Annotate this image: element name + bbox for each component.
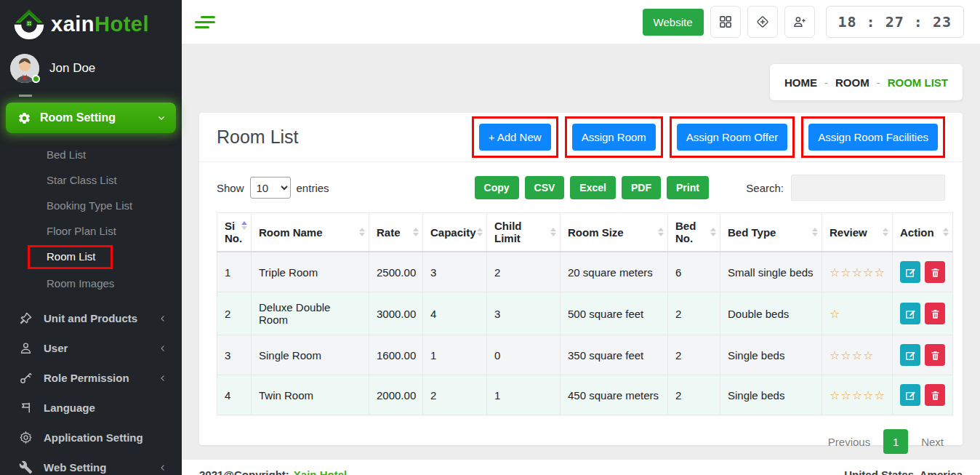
col-rate[interactable]: Rate	[369, 213, 423, 252]
card-header: Room List + Add New Assign Room Assign R…	[199, 113, 963, 162]
hotel-logo-icon	[9, 6, 49, 42]
edit-button[interactable]	[900, 344, 920, 366]
sidebar-item-unit-and-products[interactable]: Unit and Products	[0, 303, 182, 333]
cell-bed-type: Double beds	[720, 292, 822, 335]
sort-icon	[477, 228, 483, 236]
add-user-button[interactable]	[784, 6, 815, 38]
cell-capacity: 2	[423, 375, 487, 415]
assign-room-facilities-button[interactable]: Assign Room Facilities	[808, 124, 938, 151]
pin-icon	[19, 311, 33, 325]
search-input[interactable]	[791, 175, 945, 201]
edit-button[interactable]	[900, 303, 920, 324]
sidebar-item-floor-plan-list[interactable]: Floor Plan List	[0, 218, 182, 244]
delete-button[interactable]	[925, 344, 945, 366]
apps-grid-button[interactable]	[710, 6, 741, 38]
col-si-no[interactable]: Si No.	[217, 213, 252, 252]
logo[interactable]: xainHotel	[0, 0, 182, 47]
sidebar-item-language[interactable]: Language	[0, 393, 182, 423]
delete-button[interactable]	[925, 303, 945, 324]
sidebar-item-star-class-list[interactable]: Star Class List	[0, 167, 182, 193]
sidebar-toggle-icon[interactable]	[195, 13, 215, 31]
room-list-card: Room List + Add New Assign Room Assign R…	[199, 113, 963, 445]
cell-bed-type: Single beds	[720, 335, 822, 375]
cell-room-size: 450 square meters	[561, 375, 668, 415]
footer-brand-link[interactable]: Xain Hotel	[294, 468, 347, 475]
review-stars: ☆	[830, 307, 840, 321]
sidebar-item-room-setting[interactable]: Room Setting	[6, 103, 176, 133]
user-profile[interactable]: Jon Doe	[0, 47, 182, 90]
topbar: Website 18 : 27 : 23	[182, 0, 980, 44]
cell-capacity: 4	[423, 292, 487, 335]
cell-bed-type: Single beds	[720, 375, 822, 415]
sort-icon	[550, 228, 556, 236]
sidebar-item-user[interactable]: User	[0, 333, 182, 363]
assign-room-button[interactable]: Assign Room	[572, 124, 656, 151]
sidebar-item-application-setting[interactable]: Application Setting	[0, 423, 182, 452]
copy-button[interactable]: Copy	[475, 176, 519, 199]
col-bed-no[interactable]: Bed No.	[668, 213, 720, 252]
edit-button[interactable]	[900, 384, 920, 406]
sidebar-item-web-setting[interactable]: Web Setting	[0, 452, 182, 475]
col-capacity[interactable]: Capacity	[423, 213, 487, 252]
cell-si: 4	[217, 375, 252, 415]
sidebar: xainHotel Jon Doe Room Setting Bed List …	[0, 0, 182, 475]
cell-bed-no: 2	[668, 375, 720, 415]
sidebar-item-booking-type-list[interactable]: Booking Type List	[0, 193, 182, 218]
delete-button[interactable]	[925, 384, 945, 406]
col-review[interactable]: Review	[822, 213, 893, 252]
page-size-select[interactable]: 10	[250, 177, 291, 199]
breadcrumb-room[interactable]: ROOM	[835, 76, 869, 89]
sidebar-item-role-permission[interactable]: Role Permission	[0, 363, 182, 393]
annotation-box-assign-room-offer: Assign Room Offer	[670, 116, 795, 158]
table-controls: Show 10 entries Copy CSV Excel PDF Print…	[199, 162, 963, 212]
online-status-dot	[32, 75, 40, 83]
trash-icon	[930, 350, 941, 361]
excel-button[interactable]: Excel	[570, 176, 616, 199]
csv-button[interactable]: CSV	[525, 176, 565, 199]
cell-capacity: 1	[423, 335, 487, 375]
previous-page-button[interactable]: Previous	[828, 436, 870, 448]
chevron-down-icon	[157, 113, 166, 122]
assign-room-offer-button[interactable]: Assign Room Offer	[677, 124, 787, 151]
cell-rate: 1600.00	[369, 335, 423, 375]
sidebar-item-bed-list[interactable]: Bed List	[0, 142, 182, 167]
chevron-left-icon	[158, 374, 167, 383]
table-row: 1 Triple Room 2500.00 3 2 20 square mete…	[217, 252, 953, 292]
user-icon	[19, 341, 33, 355]
flag-icon	[19, 401, 33, 415]
cell-bed-no: 2	[668, 335, 720, 375]
next-page-button[interactable]: Next	[921, 436, 944, 448]
sidebar-menu: Unit and Products User Role Permission L…	[0, 299, 182, 475]
pdf-button[interactable]: PDF	[622, 176, 661, 199]
review-stars: ☆☆☆☆	[830, 348, 874, 362]
annotation-box-add-new: + Add New	[472, 116, 558, 158]
sort-icon	[359, 228, 365, 236]
print-button[interactable]: Print	[667, 176, 709, 199]
review-stars: ☆☆☆☆☆	[830, 388, 885, 402]
cell-child-limit: 0	[487, 335, 561, 375]
digital-clock: 18 : 27 : 23	[826, 6, 965, 38]
sidebar-item-room-list[interactable]: Room List	[47, 250, 96, 263]
cell-rate: 2500.00	[369, 252, 423, 292]
key-icon	[19, 371, 33, 385]
current-page-button[interactable]: 1	[883, 429, 908, 454]
add-new-button[interactable]: + Add New	[479, 124, 551, 151]
col-room-name[interactable]: Room Name	[252, 213, 369, 252]
col-bed-type[interactable]: Bed Type	[720, 213, 822, 252]
edit-icon	[905, 267, 916, 278]
col-child-limit[interactable]: Child Limit	[487, 213, 561, 252]
navigation-button[interactable]	[747, 6, 778, 38]
sidebar-item-room-images[interactable]: Room Images	[0, 271, 182, 296]
sort-icon	[883, 228, 888, 236]
review-stars: ☆☆☆☆☆	[830, 266, 885, 279]
cell-room-name: Triple Room	[252, 252, 369, 292]
cell-room-name: Deluxe Double Room	[252, 292, 369, 335]
col-action[interactable]: Action	[893, 213, 953, 252]
edit-button[interactable]	[900, 261, 920, 283]
col-room-size[interactable]: Room Size	[561, 213, 668, 252]
table-header-row: Si No. Room Name Rate Capacity Child Lim…	[217, 213, 953, 252]
breadcrumb-home[interactable]: HOME	[784, 76, 817, 89]
breadcrumb-room-list: ROOM LIST	[888, 76, 948, 89]
delete-button[interactable]	[925, 261, 945, 283]
website-button[interactable]: Website	[643, 9, 704, 36]
